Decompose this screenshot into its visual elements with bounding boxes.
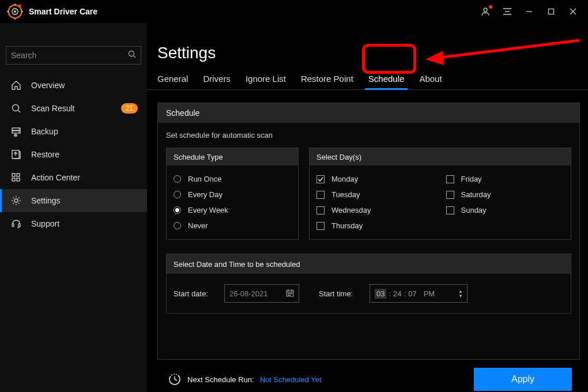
tab-restore-point[interactable]: Restore Point bbox=[301, 70, 353, 89]
svg-rect-33 bbox=[291, 293, 292, 294]
svg-rect-31 bbox=[288, 293, 289, 294]
time-second[interactable]: 07 bbox=[408, 289, 416, 298]
user-account-icon[interactable] bbox=[475, 3, 496, 20]
checkbox-thursday[interactable]: Thursday bbox=[316, 218, 435, 233]
main-content: Settings GeneralDriversIgnore ListRestor… bbox=[147, 23, 588, 392]
sidebar-item-label: Restore bbox=[31, 150, 59, 159]
sidebar-item-label: Backup bbox=[31, 127, 58, 136]
select-days-box: Select Day(s) MondayTuesdayWednesdayThur… bbox=[309, 148, 571, 240]
datetime-title: Select Date and Time to be scheduled bbox=[167, 254, 571, 274]
calendar-icon[interactable] bbox=[286, 289, 294, 299]
start-time-input[interactable]: 03 : 24 : 07 PM ▲ ▼ bbox=[370, 284, 468, 303]
svg-rect-20 bbox=[12, 174, 15, 176]
tab-schedule[interactable]: Schedule bbox=[368, 70, 405, 89]
radio-icon bbox=[174, 206, 181, 214]
start-time-label: Start time: bbox=[319, 289, 360, 298]
svg-rect-8 bbox=[549, 9, 554, 14]
checkbox-label: Monday bbox=[331, 175, 358, 183]
start-date-label: Start date: bbox=[174, 289, 215, 298]
checkbox-label: Thursday bbox=[331, 221, 363, 230]
svg-rect-32 bbox=[289, 293, 291, 294]
svg-point-24 bbox=[14, 199, 18, 202]
datetime-box: Select Date and Time to be scheduled Sta… bbox=[166, 254, 571, 314]
sidebar-item-overview[interactable]: Overview bbox=[0, 74, 147, 97]
svg-rect-34 bbox=[288, 295, 289, 296]
panel-title: Schedule bbox=[158, 103, 579, 123]
sidebar-item-action-center[interactable]: Action Center bbox=[0, 166, 147, 189]
tab-general[interactable]: General bbox=[157, 70, 188, 89]
svg-rect-23 bbox=[17, 178, 20, 181]
svg-rect-21 bbox=[17, 174, 20, 176]
radio-label: Every Day bbox=[188, 190, 223, 199]
svg-point-11 bbox=[129, 51, 134, 56]
radio-never[interactable]: Never bbox=[174, 218, 291, 233]
checkbox-icon bbox=[316, 191, 325, 199]
svg-rect-22 bbox=[12, 178, 15, 181]
search-icon bbox=[10, 103, 22, 114]
sidebar-item-settings[interactable]: Settings bbox=[0, 189, 147, 212]
sidebar-item-backup[interactable]: Backup bbox=[0, 120, 147, 143]
maximize-button[interactable] bbox=[541, 3, 561, 20]
svg-line-12 bbox=[134, 56, 135, 58]
restore-icon bbox=[10, 149, 22, 160]
time-minute[interactable]: 24 bbox=[393, 289, 401, 298]
spinner-up-icon[interactable]: ▲ bbox=[458, 289, 463, 293]
checkbox-friday[interactable]: Friday bbox=[446, 171, 564, 187]
clock-icon bbox=[168, 372, 182, 386]
sidebar-badge: 21 bbox=[121, 103, 138, 114]
sidebar-item-label: Scan Result bbox=[31, 104, 74, 113]
apply-button[interactable]: Apply bbox=[474, 368, 572, 391]
sidebar-item-label: Overview bbox=[31, 81, 65, 90]
tab-ignore-list[interactable]: Ignore List bbox=[246, 70, 286, 89]
start-date-value: 26-08-2021 bbox=[229, 289, 268, 298]
radio-every-week[interactable]: Every Week bbox=[174, 202, 291, 218]
tab-drivers[interactable]: Drivers bbox=[203, 70, 231, 89]
start-date-input[interactable]: 26-08-2021 bbox=[224, 284, 299, 303]
sidebar-item-scan-result[interactable]: Scan Result21 bbox=[0, 97, 147, 120]
search-input[interactable] bbox=[11, 51, 128, 60]
sidebar-item-restore[interactable]: Restore bbox=[0, 143, 147, 166]
minimize-button[interactable] bbox=[519, 3, 540, 20]
time-ampm[interactable]: PM bbox=[424, 289, 435, 298]
radio-label: Every Week bbox=[188, 206, 228, 214]
titlebar: Smart Driver Care bbox=[0, 0, 588, 23]
sidebar-item-support[interactable]: Support bbox=[0, 212, 147, 235]
tab-about[interactable]: About bbox=[419, 70, 442, 89]
checkbox-monday[interactable]: Monday bbox=[316, 171, 435, 187]
search-icon bbox=[128, 50, 136, 61]
checkbox-icon bbox=[316, 222, 325, 230]
gear-icon bbox=[10, 195, 22, 206]
svg-rect-35 bbox=[289, 295, 291, 296]
headset-icon bbox=[10, 218, 22, 229]
sidebar-item-label: Settings bbox=[31, 196, 61, 205]
svg-point-2 bbox=[14, 10, 16, 13]
search-box[interactable] bbox=[6, 46, 141, 65]
footer: Next Schedule Run: Not Scheduled Yet App… bbox=[168, 368, 572, 391]
checkbox-icon bbox=[446, 191, 454, 199]
checkbox-label: Wednesday bbox=[331, 206, 371, 214]
app-logo-icon bbox=[7, 3, 23, 20]
svg-point-3 bbox=[484, 8, 487, 12]
checkbox-label: Sunday bbox=[461, 206, 487, 214]
settings-tabs: GeneralDriversIgnore ListRestore PointSc… bbox=[147, 70, 588, 90]
checkbox-tuesday[interactable]: Tuesday bbox=[316, 187, 435, 202]
checkbox-icon bbox=[446, 206, 454, 214]
hamburger-menu-icon[interactable] bbox=[497, 3, 518, 20]
checkbox-label: Tuesday bbox=[331, 190, 360, 199]
checkbox-icon bbox=[316, 206, 325, 214]
home-icon bbox=[10, 80, 22, 91]
checkbox-wednesday[interactable]: Wednesday bbox=[316, 202, 435, 218]
backup-icon bbox=[10, 126, 22, 137]
time-hour[interactable]: 03 bbox=[375, 289, 386, 299]
spinner-down-icon[interactable]: ▼ bbox=[458, 294, 463, 297]
sidebar-item-label: Support bbox=[31, 219, 59, 228]
radio-run-once[interactable]: Run Once bbox=[174, 171, 291, 187]
close-button[interactable] bbox=[563, 3, 583, 20]
svg-line-14 bbox=[18, 111, 21, 113]
select-days-title: Select Day(s) bbox=[310, 148, 571, 165]
radio-every-day[interactable]: Every Day bbox=[174, 187, 291, 202]
schedule-type-box: Schedule Type Run OnceEvery DayEvery Wee… bbox=[166, 148, 299, 240]
svg-point-18 bbox=[18, 131, 20, 133]
checkbox-sunday[interactable]: Sunday bbox=[446, 202, 564, 218]
checkbox-saturday[interactable]: Saturday bbox=[446, 187, 564, 202]
